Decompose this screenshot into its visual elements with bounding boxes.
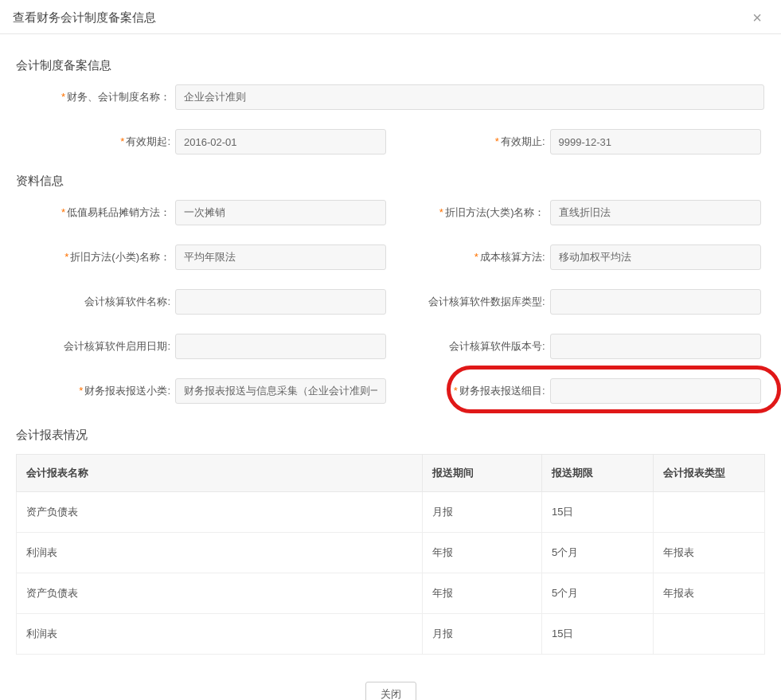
section-title-material: 资料信息 [16, 174, 765, 189]
label-accounting-system-name: *财务、会计制度名称： [16, 90, 175, 104]
label-report-detail: *财务报表报送细目: [391, 384, 550, 398]
label-acct-version: 会计核算软件版本号: [391, 339, 550, 354]
: 年报 [423, 533, 542, 573]
cell-report-deadline: 5个月 [542, 573, 654, 614]
input-report-detail[interactable] [550, 378, 761, 404]
required-marker: * [454, 385, 458, 397]
row-accounting-system-name: *财务、会计制度名称： [16, 84, 765, 110]
input-acct-db-type[interactable] [550, 289, 761, 315]
table-header-row: 会计报表名称 报送期间 报送期限 会计报表类型 [17, 455, 765, 492]
col-report-period: 报送期间 [423, 455, 542, 492]
close-button[interactable]: 关闭 [365, 682, 416, 700]
input-dep-major-name[interactable] [550, 200, 761, 225]
label-valid-from: *有效期起: [16, 135, 175, 149]
cell-report-name: 资产负债表 [17, 492, 423, 533]
row-enable-version: 会计核算软件启用日期: 会计核算软件版本号: [16, 334, 765, 359]
input-low-value-amort[interactable] [175, 200, 386, 225]
close-icon[interactable]: × [749, 10, 765, 25]
row-dep-minor-cost: *折旧方法(小类)名称： *成本核算方法: [16, 244, 765, 270]
label-acct-software: 会计核算软件名称: [16, 295, 175, 309]
cell-report-type [654, 492, 765, 533]
required-marker: * [439, 206, 443, 218]
cell-report-name: 利润表 [17, 614, 423, 655]
label-acct-enable-date: 会计核算软件启用日期: [16, 339, 175, 354]
cell-report-name: 利润表 [17, 533, 423, 573]
modal-body: 会计制度备案信息 *财务、会计制度名称： *有效期起: *有效期止: [0, 34, 781, 663]
cell-report-type [654, 614, 765, 655]
input-valid-to[interactable] [550, 129, 761, 154]
input-dep-minor-name[interactable] [175, 244, 386, 270]
label-low-value-amort: *低值易耗品摊销方法： [16, 205, 175, 220]
row-software-db: 会计核算软件名称: 会计核算软件数据库类型: [16, 289, 765, 315]
col-report-type: 会计报表类型 [654, 455, 765, 492]
required-marker: * [474, 251, 478, 263]
col-report-deadline: 报送期限 [542, 455, 654, 492]
input-report-subclass[interactable] [175, 378, 386, 404]
cell-report-period: 月报 [423, 492, 542, 533]
label-dep-major-name: *折旧方法(大类)名称： [391, 205, 550, 220]
label-dep-minor-name: *折旧方法(小类)名称： [16, 250, 175, 264]
required-marker: * [61, 91, 65, 103]
cell-report-deadline: 5个月 [542, 533, 654, 573]
required-marker: * [79, 385, 83, 397]
required-marker: * [61, 206, 65, 218]
label-report-subclass: *财务报表报送小类: [16, 384, 175, 398]
input-valid-from[interactable] [175, 129, 386, 154]
reports-table: 会计报表名称 报送期间 报送期限 会计报表类型 资产负债表 月报 15日 利润表 [16, 454, 765, 655]
modal-header: 查看财务会计制度备案信息 × [0, 0, 781, 34]
required-marker: * [495, 135, 499, 147]
modal-title: 查看财务会计制度备案信息 [13, 10, 156, 25]
cell-report-name: 资产负债表 [17, 573, 423, 614]
table-row: 利润表 月报 15日 [17, 614, 765, 655]
label-cost-method: *成本核算方法: [391, 250, 550, 264]
cell-report-type: 年报表 [654, 533, 765, 573]
section-title-filing: 会计制度备案信息 [16, 58, 765, 73]
reports534-table-wrap: 会计报表名称 报送期间 报送期限 会计报表类型 资产负债表 月报 15日 利润表 [16, 454, 765, 655]
table-row: 资产负债表 年报 5个月 年报表 [17, 573, 765, 614]
input-cost-method[interactable] [550, 244, 761, 270]
input-acct-enable-date[interactable] [175, 334, 386, 359]
row-valid-period: *有效期起: *有效期止: [16, 129, 765, 154]
required-marker: * [120, 135, 124, 147]
table-row: 利润表 年报 5个月 年报表 [17, 533, 765, 573]
section-title-reports: 会计报表情况 [16, 428, 765, 443]
cell-report-type: 年报表 [654, 573, 765, 614]
cell-report-period: 年报 [423, 573, 542, 614]
cell-report-deadline: 15日 [542, 614, 654, 655]
row-report-subclass-detail: *财务报表报送小类: *财务报表报送细目: [16, 378, 765, 404]
cell-report-period: 月报 [423, 614, 542, 655]
label-valid-to: *有效期止: [391, 135, 550, 149]
modal-view-filing-info: 查看财务会计制度备案信息 × 会计制度备案信息 *财务、会计制度名称： *有效期… [0, 0, 781, 700]
table-row: 资产负债表 月报 15日 [17, 492, 765, 533]
col-report-name: 会计报表名称 [17, 455, 423, 492]
input-accounting-system-name[interactable] [175, 84, 764, 110]
label-acct-db-type: 会计核算软件数据库类型: [391, 295, 550, 309]
row-amort-dep-major: *低值易耗品摊销方法： *折旧方法(大类)名称： [16, 200, 765, 225]
required-marker: * [64, 251, 68, 263]
modal-footer: 关闭 [0, 663, 781, 700]
input-acct-version[interactable] [550, 334, 761, 359]
input-acct-software[interactable] [175, 289, 386, 315]
cell-report-deadline: 15日 [542, 492, 654, 533]
